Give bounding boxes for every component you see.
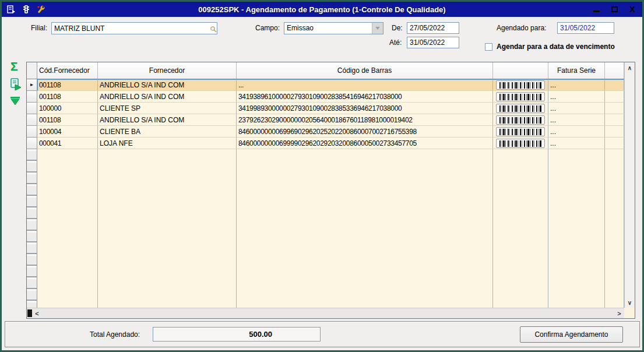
cell-fornecedor[interactable]: CLIENTE BA xyxy=(98,126,237,138)
close-icon: X xyxy=(629,5,635,13)
cell-barcode[interactable] xyxy=(493,126,548,138)
cell-cod-fornecedor[interactable]: 100004 xyxy=(37,126,98,138)
grid-header-stub xyxy=(27,62,37,79)
filial-input[interactable] xyxy=(51,22,217,34)
campo-dropdown-button[interactable] xyxy=(372,23,383,34)
row-selector[interactable] xyxy=(27,126,37,138)
cell-barcode[interactable] xyxy=(493,103,548,114)
column-header-fornecedor[interactable]: Fornecedor xyxy=(98,62,237,79)
table-row[interactable]: 000041 LOJA NFE 846000000006999902962029… xyxy=(27,138,624,149)
scroll-up-icon: ∧ xyxy=(628,65,632,71)
barcode-bars-icon xyxy=(499,140,541,147)
cell-barcode[interactable] xyxy=(493,114,548,126)
cell-fornecedor[interactable]: ANDRIELLO S/A IND COM xyxy=(98,79,237,91)
cell-fatura-serie[interactable]: ... xyxy=(548,79,605,91)
scroll-down-button[interactable]: ∨ xyxy=(625,297,635,308)
row-selector[interactable] xyxy=(27,138,37,149)
vencimento-checkbox[interactable] xyxy=(485,43,492,51)
cell-barcode[interactable] xyxy=(493,79,548,91)
scrollbar-corner xyxy=(624,308,635,318)
cell-fatura-serie[interactable]: ... xyxy=(548,138,605,149)
column-header-barcode-image[interactable] xyxy=(493,62,548,79)
vencimento-checkbox-label: Agendar para a data de vencimento xyxy=(497,43,615,51)
grid-empty-area xyxy=(27,149,624,308)
row-selector[interactable] xyxy=(27,103,37,114)
scroll-left-button[interactable]: < xyxy=(32,310,42,317)
confirma-agendamento-button[interactable]: Confirma Agendamento xyxy=(520,326,623,343)
cell-extra xyxy=(605,79,624,91)
cell-cod-fornecedor[interactable]: 001108 xyxy=(37,91,98,103)
cell-codigo-barras[interactable]: ... xyxy=(237,79,493,91)
barcode-image[interactable] xyxy=(496,80,545,90)
barcode-image[interactable] xyxy=(496,139,545,148)
cell-barcode[interactable] xyxy=(493,138,548,149)
agendado-para-input[interactable] xyxy=(557,22,614,34)
barcode-bars-icon xyxy=(499,105,541,112)
barcode-bars-icon xyxy=(499,94,541,100)
app-window: 009252SPK - Agendamento de Pagamento (1-… xyxy=(0,0,644,352)
table-row[interactable]: 100000 CLIENTE SP 3419989300000027930109… xyxy=(27,103,624,114)
row-selector[interactable]: ► xyxy=(27,79,37,91)
legend-button[interactable] xyxy=(9,78,22,93)
scroll-right-button[interactable]: > xyxy=(614,310,624,317)
cell-cod-fornecedor[interactable]: 000041 xyxy=(37,138,98,149)
ate-label: Até: xyxy=(389,38,402,47)
sum-total-button[interactable]: Σ xyxy=(10,59,18,73)
horizontal-scrollbar[interactable]: < > xyxy=(27,308,624,318)
maximize-button[interactable] xyxy=(610,5,618,13)
de-date-input[interactable] xyxy=(407,22,459,34)
barcode-image[interactable] xyxy=(496,115,545,125)
report-icon[interactable] xyxy=(6,5,16,15)
scroll-up-button[interactable]: ∧ xyxy=(625,62,635,73)
scroll-right-icon: > xyxy=(617,310,621,317)
filial-field-wrap xyxy=(51,22,217,34)
search-icon[interactable] xyxy=(210,26,217,34)
cell-fornecedor[interactable]: CLIENTE SP xyxy=(98,103,237,114)
campo-label: Campo: xyxy=(255,24,280,32)
cell-cod-fornecedor[interactable]: 001108 xyxy=(37,79,98,91)
cell-fornecedor[interactable]: ANDRIELLO S/A IND COM xyxy=(98,91,237,103)
table-row[interactable]: ► 001108 ANDRIELLO S/A IND COM ... ... xyxy=(27,79,624,91)
cell-extra xyxy=(605,126,624,138)
titlebar: 009252SPK - Agendamento de Pagamento (1-… xyxy=(2,2,642,17)
cell-codigo-barras[interactable]: 8460000000069999029620292032008600050027… xyxy=(237,138,493,149)
cell-barcode[interactable] xyxy=(493,91,548,103)
campo-select[interactable]: Emissao xyxy=(284,22,383,34)
minimize-icon xyxy=(593,10,600,12)
table-row[interactable]: 001108 ANDRIELLO S/A IND COM 34193896100… xyxy=(27,91,624,103)
cell-codigo-barras[interactable]: 2379262302900000002056400018676011898100… xyxy=(237,114,493,126)
traffic-light-icon[interactable] xyxy=(21,5,31,15)
ate-date-input[interactable] xyxy=(407,37,459,48)
barcode-image[interactable] xyxy=(496,92,545,101)
campo-selected-value: Emissao xyxy=(284,23,372,34)
table-row[interactable]: 001108 ANDRIELLO S/A IND COM 23792623029… xyxy=(27,114,624,126)
cell-cod-fornecedor[interactable]: 100000 xyxy=(37,103,98,114)
barcode-image[interactable] xyxy=(496,127,545,136)
cell-codigo-barras[interactable]: 3419389610000027930109002838541694621703… xyxy=(237,91,493,103)
cell-fatura-serie[interactable]: ... xyxy=(548,91,605,103)
close-button[interactable]: X xyxy=(628,5,636,13)
column-header-cod-fornecedor[interactable]: Cód.Fornecedor xyxy=(37,62,98,79)
go-to-bottom-button[interactable] xyxy=(10,96,20,108)
cell-fornecedor[interactable]: LOJA NFE xyxy=(98,138,237,149)
column-header-codigo-barras[interactable]: Código de Barras xyxy=(237,62,493,79)
current-row-marker-icon: ► xyxy=(30,82,34,87)
cell-codigo-barras[interactable]: 3419989300000027930109002838533694621703… xyxy=(237,103,493,114)
wrench-icon[interactable] xyxy=(36,5,46,15)
cell-fornecedor[interactable]: ANDRIELLO S/A IND COM xyxy=(98,114,237,126)
table-row[interactable]: 100004 CLIENTE BA 8460000000069969029620… xyxy=(27,126,624,138)
row-selector[interactable] xyxy=(27,114,37,126)
horizontal-scroll-thumb[interactable] xyxy=(27,309,32,317)
barcode-image[interactable] xyxy=(496,104,545,113)
cell-codigo-barras[interactable]: 8460000000069969029620252022008600070027… xyxy=(237,126,493,138)
cell-fatura-serie[interactable]: ... xyxy=(548,126,605,138)
document-arrow-icon xyxy=(9,78,22,91)
footer-bar: Total Agendado: Confirma Agendamento xyxy=(5,321,640,347)
cell-fatura-serie[interactable]: ... xyxy=(548,103,605,114)
vertical-scrollbar[interactable]: ∧ ∨ xyxy=(624,62,635,308)
cell-fatura-serie[interactable]: ... xyxy=(548,114,605,126)
minimize-button[interactable] xyxy=(592,5,600,13)
column-header-fatura-serie[interactable]: Fatura Serie xyxy=(548,62,605,79)
row-selector[interactable] xyxy=(27,91,37,103)
cell-cod-fornecedor[interactable]: 001108 xyxy=(37,114,98,126)
